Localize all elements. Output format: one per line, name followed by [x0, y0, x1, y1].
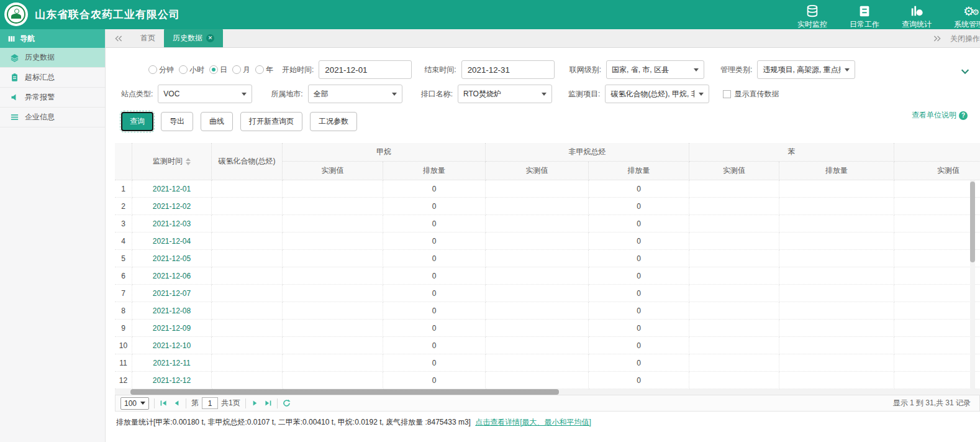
radio-dot[interactable]	[179, 65, 188, 74]
row-index-cell: 2	[115, 198, 132, 215]
monitor-date-cell[interactable]: 2021-12-03	[132, 215, 212, 233]
table-row[interactable]: 82021-12-0800	[115, 302, 980, 320]
value-cell	[689, 354, 779, 372]
tab-history-data[interactable]: 历史数据 ✕	[164, 29, 223, 47]
first-page-icon[interactable]	[160, 399, 168, 407]
sidebar-item-异常报警[interactable]: 异常报警	[0, 88, 105, 108]
radio-dot[interactable]	[209, 65, 218, 74]
sidebar-item-label: 企业信息	[25, 112, 55, 122]
query-button[interactable]: 查询	[121, 112, 153, 131]
value-cell	[689, 198, 779, 215]
monitor-date-cell[interactable]: 2021-12-09	[132, 320, 212, 337]
value-cell	[283, 267, 383, 285]
management-type-select[interactable]: 违规项目, 高架源, 重点排	[757, 60, 855, 79]
tabs-scroll-left-icon[interactable]	[114, 34, 123, 43]
value-cell	[212, 320, 283, 337]
value-cell	[283, 198, 383, 215]
monitor-date-cell[interactable]: 2021-12-04	[132, 233, 212, 250]
sort-icon[interactable]	[186, 155, 191, 168]
monitor-date-cell[interactable]: 2021-12-11	[132, 354, 212, 372]
monitor-date-cell[interactable]: 2021-12-12	[132, 372, 212, 389]
table-row[interactable]: 102021-12-1000	[115, 337, 980, 354]
radio-日[interactable]: 日	[209, 65, 227, 75]
vertical-scrollbar-thumb[interactable]	[970, 182, 975, 262]
table-row[interactable]: 72021-12-0700	[115, 285, 980, 302]
last-page-icon[interactable]	[264, 399, 272, 407]
table-row[interactable]: 122021-12-1200	[115, 372, 980, 389]
table-row[interactable]: 52021-12-0500	[115, 250, 980, 267]
monitor-date-cell[interactable]: 2021-12-10	[132, 337, 212, 354]
sidebar-item-历史数据[interactable]: 历史数据	[0, 48, 105, 68]
value-cell: 0	[383, 198, 486, 215]
station-type-select[interactable]: VOC	[158, 85, 252, 103]
monitor-date-cell[interactable]: 2021-12-08	[132, 302, 212, 320]
radio-dot[interactable]	[255, 65, 264, 74]
tab-close-icon[interactable]: ✕	[206, 34, 214, 42]
close-tabs-menu[interactable]: 关闭操作	[950, 34, 980, 44]
radio-年[interactable]: 年	[255, 65, 273, 75]
value-cell	[486, 302, 589, 320]
topmenu-barchart[interactable]: 查询统计	[897, 3, 937, 30]
radio-月[interactable]: 月	[232, 65, 250, 75]
radio-dot[interactable]	[148, 65, 157, 74]
radio-分钟[interactable]: 分钟	[148, 65, 174, 75]
curve-button[interactable]: 曲线	[201, 112, 233, 131]
city-select[interactable]: 全部	[308, 85, 402, 103]
topmenu-gears[interactable]: ⚙⚙系统管理	[949, 3, 980, 30]
tab-home[interactable]: 首页	[132, 29, 164, 47]
outlet-name-select[interactable]: RTO焚烧炉	[458, 85, 552, 103]
table-row[interactable]: 112021-12-1100	[115, 354, 980, 372]
monitor-items-select[interactable]: 碳氢化合物(总烃), 甲烷, 非	[605, 85, 709, 103]
horizontal-scrollbar[interactable]	[115, 389, 980, 395]
start-time-input[interactable]	[319, 60, 412, 79]
vertical-scrollbar[interactable]	[970, 180, 975, 389]
value-cell	[689, 302, 779, 320]
topmenu-label: 实时监控	[797, 19, 827, 30]
monitor-items-label: 监测项目:	[568, 89, 600, 99]
refresh-icon[interactable]	[283, 399, 291, 407]
monitor-date-cell[interactable]: 2021-12-06	[132, 267, 212, 285]
next-page-icon[interactable]	[251, 399, 259, 407]
monitor-date-cell[interactable]: 2021-12-01	[132, 180, 212, 198]
table-row[interactable]: 12021-12-0100	[115, 180, 980, 198]
page-size-select[interactable]: 100	[120, 397, 149, 410]
network-level-select[interactable]: 国家, 省, 市, 区县	[606, 60, 704, 79]
end-time-input[interactable]	[461, 60, 555, 79]
export-button[interactable]: 导出	[161, 112, 193, 131]
direct-data-checkbox-wrap[interactable]: 显示直传数据	[723, 89, 779, 99]
tabstrip-right-controls: 关闭操作	[933, 29, 980, 48]
direct-data-checkbox[interactable]	[723, 90, 731, 98]
table-row[interactable]: 22021-12-0200	[115, 198, 980, 215]
grid-icon	[7, 35, 16, 43]
tabs-scroll-right-icon[interactable]	[933, 34, 941, 43]
radio-小时[interactable]: 小时	[179, 65, 204, 75]
unit-help-link[interactable]: 查看单位说明 ?	[912, 110, 968, 121]
table-row[interactable]: 62021-12-0600	[115, 267, 980, 285]
prev-page-icon[interactable]	[173, 399, 181, 407]
sidebar-item-企业信息[interactable]: 企业信息	[0, 108, 105, 127]
monitor-date-cell[interactable]: 2021-12-07	[132, 285, 212, 302]
topmenu-database[interactable]: 实时监控	[792, 3, 832, 30]
value-cell	[894, 233, 980, 250]
table-row[interactable]: 92021-12-0900	[115, 320, 980, 337]
table-row[interactable]: 42021-12-0400	[115, 233, 980, 250]
stats-detail-link[interactable]: 点击查看详情[最大、最小和平均值]	[475, 418, 591, 426]
horizontal-scrollbar-thumb[interactable]	[130, 389, 559, 395]
value-cell	[894, 354, 980, 372]
radio-dot[interactable]	[232, 65, 241, 74]
sidebar-item-超标汇总[interactable]: 超标汇总	[0, 68, 105, 88]
value-cell	[486, 267, 589, 285]
collapse-filters-icon[interactable]	[960, 67, 970, 78]
time-column-header[interactable]: 监测时间	[132, 143, 212, 180]
open-new-query-button[interactable]: 打开新查询页	[240, 112, 302, 131]
city-label: 所属地市:	[271, 89, 302, 99]
monitor-date-cell[interactable]: 2021-12-05	[132, 250, 212, 267]
monitor-date-cell[interactable]: 2021-12-02	[132, 198, 212, 215]
table-row[interactable]: 32021-12-0300	[115, 215, 980, 233]
value-cell: 0	[383, 354, 486, 372]
condition-params-button[interactable]: 工况参数	[310, 112, 357, 131]
station-type-label: 站点类型:	[121, 89, 153, 99]
page-number-input[interactable]	[202, 397, 218, 409]
management-type-value: 违规项目, 高架源, 重点排	[763, 65, 841, 75]
topmenu-archive[interactable]: 日常工作	[845, 3, 884, 30]
